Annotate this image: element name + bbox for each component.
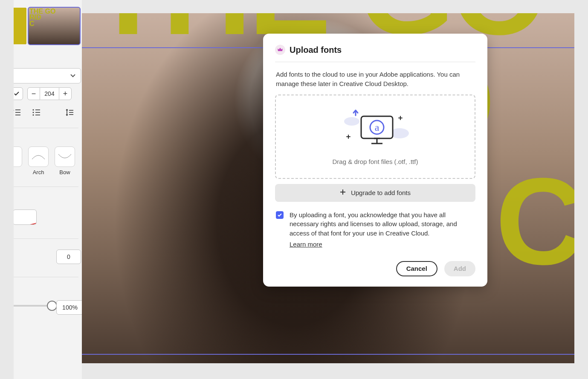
chevron-down-icon: [68, 71, 78, 81]
canvas-headline-3[interactable]: C: [495, 171, 574, 272]
svg-text:a: a: [375, 122, 379, 133]
font-size-control: − 204 +: [14, 87, 72, 100]
bulleted-list-icon[interactable]: [31, 106, 43, 118]
divider: [14, 128, 78, 128]
svg-point-13: [344, 117, 359, 126]
dialog-description: Add fonts to the cloud to use in your Ad…: [275, 62, 475, 95]
numeric-input-letterspacing[interactable]: 0: [56, 250, 81, 264]
dropzone-hint: Drag & drop font files (.otf, .ttf): [333, 158, 418, 165]
properties-panel: D G B THE GO RID C − 204 + 1: [14, 0, 82, 379]
svg-text:1: 1: [14, 109, 14, 111]
dialog-title: Upload fonts: [290, 45, 342, 55]
numbered-list-icon[interactable]: 1: [14, 106, 23, 118]
shape-preset-partial[interactable]: [14, 146, 22, 175]
opacity-value[interactable]: 100%: [56, 300, 82, 315]
svg-point-8: [33, 112, 34, 113]
slider-knob[interactable]: [47, 301, 57, 311]
svg-point-9: [33, 115, 34, 116]
dialog-header: Upload fonts: [275, 45, 475, 62]
checkbox-toggle[interactable]: [14, 87, 23, 100]
font-size-increase[interactable]: +: [59, 87, 72, 100]
outline-color-swatch[interactable]: [14, 210, 37, 225]
acknowledgement-row: By uploading a font, you acknowledge tha…: [275, 202, 475, 251]
divider: [14, 238, 78, 239]
divider: [14, 187, 78, 187]
upgrade-to-add-fonts-button[interactable]: Upgrade to add fonts: [275, 184, 475, 202]
page-thumbnail-1[interactable]: D G B: [14, 8, 26, 44]
upgrade-label: Upgrade to add fonts: [351, 189, 411, 196]
selection-bound-bottom: [82, 354, 574, 355]
font-size-value[interactable]: 204: [40, 87, 59, 100]
page-thumbnail-2[interactable]: THE GO RID C: [29, 8, 80, 44]
acknowledgement-text: By uploading a font, you acknowledge tha…: [290, 210, 475, 249]
opacity-slider[interactable]: [14, 305, 52, 307]
divider: [14, 277, 78, 277]
font-dropzone[interactable]: a Drag & drop font files (.otf, .ttf): [275, 95, 475, 179]
text-shape-presets: Arch Bow: [14, 146, 75, 175]
svg-point-7: [33, 109, 34, 111]
plus-icon: [340, 189, 346, 196]
add-button[interactable]: Add: [444, 261, 475, 276]
list-style-buttons: 1: [14, 106, 76, 118]
upload-fonts-dialog: Upload fonts Add fonts to the cloud to u…: [263, 34, 487, 287]
page-thumbnails: D G B THE GO RID C: [14, 8, 80, 44]
shape-preset-arch[interactable]: Arch: [28, 146, 49, 175]
font-size-decrease[interactable]: −: [27, 87, 40, 100]
shape-preset-bow[interactable]: Bow: [55, 146, 75, 175]
font-family-dropdown[interactable]: [14, 68, 81, 83]
premium-crown-icon: [275, 45, 285, 55]
acknowledgement-checkbox[interactable]: [276, 211, 284, 219]
learn-more-link[interactable]: Learn more: [290, 240, 322, 249]
line-spacing-icon[interactable]: [64, 106, 76, 118]
dropzone-illustration: a: [339, 108, 411, 150]
cancel-button[interactable]: Cancel: [396, 261, 437, 276]
dialog-actions: Cancel Add: [275, 251, 475, 276]
